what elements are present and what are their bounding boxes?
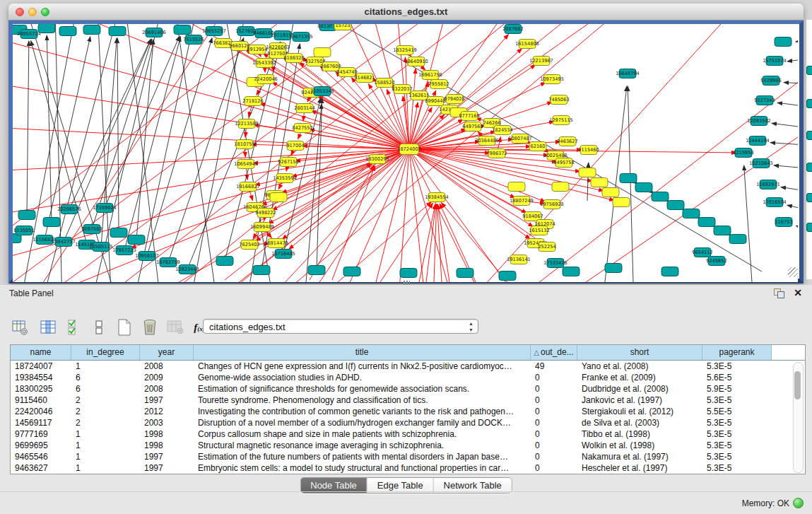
table-row[interactable]: 911546021997Tourette syndrome. Phenomeno…: [11, 395, 805, 406]
table-panel: Table Panel ✕ f(x) citations_edges.txt: [0, 285, 812, 514]
svg-text:12444194: 12444194: [746, 138, 770, 144]
graph-node[interactable]: [652, 192, 669, 201]
graph-node[interactable]: [620, 174, 637, 183]
svg-text:16782759: 16782759: [156, 259, 180, 265]
graph-node[interactable]: [605, 264, 622, 273]
cell-title: Corpus callosum shape and size in male p…: [194, 428, 531, 440]
graph-node[interactable]: [216, 257, 233, 266]
graph-node[interactable]: [661, 267, 678, 276]
delete-attributes-icon[interactable]: [140, 317, 160, 337]
table-row[interactable]: 946554611997Estimation of the future num…: [11, 451, 805, 462]
svg-text:19166827: 19166827: [236, 184, 260, 189]
svg-text:12093582: 12093582: [747, 118, 771, 124]
graph-node[interactable]: [314, 48, 331, 57]
table-settings-icon[interactable]: [10, 317, 30, 337]
graph-node[interactable]: [508, 182, 525, 192]
svg-text:252254: 252254: [538, 244, 555, 250]
window-titlebar[interactable]: citations_edges.txt: [8, 4, 804, 21]
cell-pagerank: 5.3E-5: [702, 361, 772, 372]
graph-node[interactable]: [579, 168, 596, 177]
graph-node[interactable]: [400, 269, 417, 278]
table-row[interactable]: 2242004622012Investigating the contribut…: [11, 406, 805, 417]
tab-network-table[interactable]: Network Table: [434, 478, 512, 493]
svg-text:15723: 15723: [336, 24, 351, 28]
graph-node[interactable]: [683, 209, 700, 218]
svg-text:19136141: 19136141: [507, 257, 531, 262]
graph-node[interactable]: [308, 266, 325, 275]
table-vertical-scrollbar[interactable]: [793, 362, 804, 473]
svg-text:10543392: 10543392: [252, 60, 276, 66]
table-row[interactable]: 1456911722003Disruption of a novel membe…: [11, 417, 805, 428]
graph-node[interactable]: [563, 267, 579, 276]
background-window-sliver: [806, 20, 812, 279]
select-columns-icon[interactable]: [38, 317, 58, 337]
table-row[interactable]: 977716911998Corpus callosum shape and si…: [11, 428, 805, 440]
svg-text:1588520: 1588520: [374, 80, 394, 86]
graph-node[interactable]: [667, 201, 684, 210]
graph-node[interactable]: [18, 211, 35, 220]
svg-text:20691406: 20691406: [142, 30, 166, 35]
svg-text:62160: 62160: [531, 144, 546, 149]
svg-text:14671355: 14671355: [289, 34, 313, 40]
column-header-out_de[interactable]: △out_de...: [531, 345, 577, 360]
graph-node[interactable]: [43, 218, 60, 227]
graph-node[interactable]: [174, 25, 191, 35]
graph-node[interactable]: [38, 24, 55, 33]
column-header-name[interactable]: name: [11, 345, 71, 360]
network-graph-canvas[interactable]: 1872400718300295193845547663822966012689…: [13, 24, 798, 282]
tab-edge-table[interactable]: Edge Table: [367, 478, 434, 493]
background-node: [806, 66, 812, 75]
table-row[interactable]: 1830029562008Estimation of significance …: [11, 383, 805, 395]
column-header-title[interactable]: title: [194, 345, 531, 360]
column-header-pagerank[interactable]: pagerank: [702, 345, 772, 360]
select-rows-check-icon[interactable]: [65, 317, 85, 337]
graph-node[interactable]: [591, 178, 608, 187]
cell-name: 19384554: [11, 372, 71, 383]
delete-table-icon[interactable]: [165, 317, 185, 337]
svg-text:10655257: 10655257: [202, 28, 226, 34]
graph-node[interactable]: [253, 266, 270, 275]
graph-node[interactable]: [270, 193, 287, 202]
table-row[interactable]: 1938455462009Genome-wide association stu…: [11, 372, 805, 383]
resize-grip[interactable]: [788, 267, 798, 277]
graph-node[interactable]: [499, 271, 516, 281]
graph-node[interactable]: [109, 27, 126, 36]
cell-title: Embryonic stem cells: a model to study s…: [194, 462, 531, 474]
graph-node[interactable]: [698, 218, 715, 227]
svg-text:16914479: 16914479: [264, 240, 288, 246]
cell-out_de: 0: [531, 395, 577, 406]
graph-node[interactable]: [729, 235, 746, 244]
graph-node[interactable]: [613, 198, 630, 207]
status-bar: Memory: OK: [0, 491, 812, 514]
column-header-short[interactable]: short: [577, 345, 702, 360]
svg-text:1810755: 1810755: [234, 141, 254, 147]
graph-node[interactable]: [128, 235, 145, 245]
graph-node[interactable]: [59, 27, 76, 36]
close-panel-icon[interactable]: ✕: [794, 286, 802, 299]
float-panel-icon[interactable]: [774, 288, 784, 298]
svg-text:10654945: 10654945: [234, 161, 258, 167]
graph-node[interactable]: [775, 37, 792, 47]
graph-node[interactable]: [714, 226, 731, 235]
new-table-icon[interactable]: [114, 317, 134, 337]
graph-node[interactable]: [635, 183, 652, 192]
row-height-icon[interactable]: [89, 317, 109, 337]
graph-node[interactable]: [457, 269, 473, 278]
graph-node[interactable]: [602, 188, 619, 197]
tab-node-table[interactable]: Node Table: [300, 478, 367, 493]
column-header-in_degree[interactable]: in_degree: [71, 345, 140, 360]
column-header-year[interactable]: year: [140, 345, 194, 360]
graph-node[interactable]: [83, 25, 100, 35]
table-row[interactable]: 969969511998Structural magnetic resonanc…: [11, 440, 805, 451]
cell-year: 1997: [140, 451, 194, 462]
svg-text:18325419: 18325419: [393, 47, 417, 53]
svg-text:22420046: 22420046: [254, 76, 278, 82]
graph-node[interactable]: [552, 182, 569, 192]
table-row[interactable]: 1872400712008Changes of HCN gene express…: [11, 361, 805, 372]
table-selector-dropdown[interactable]: citations_edges.txt ▲▼: [203, 319, 478, 334]
table-row[interactable]: 946362711997Embryonic stem cells: a mode…: [11, 462, 805, 474]
scrollbar-thumb[interactable]: [794, 371, 801, 399]
svg-text:17333426: 17333426: [543, 260, 567, 266]
graph-node[interactable]: [110, 228, 127, 238]
graph-node[interactable]: [343, 267, 360, 276]
